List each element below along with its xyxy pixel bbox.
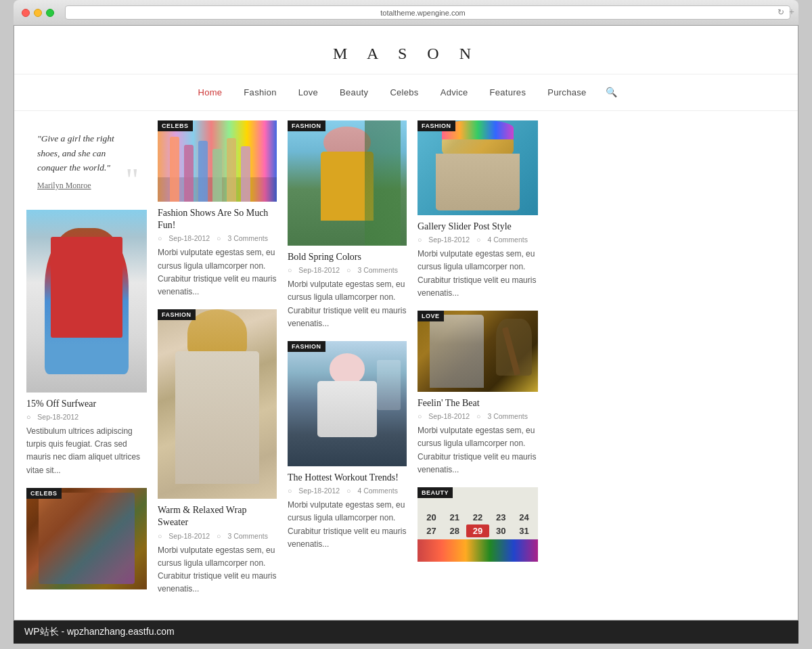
comment-icon-2: ○ — [217, 234, 221, 242]
surfwear-image — [26, 210, 147, 393]
surfwear-meta: ○ Sep-18-2012 — [26, 413, 147, 421]
nav-item-features[interactable]: Features — [479, 85, 537, 100]
gallery-slider-meta: ○ Sep-18-2012 ○ 4 Comments — [418, 236, 538, 244]
wrap-sweater-image-wrap: FASHION — [158, 309, 277, 499]
bold-spring-meta: ○ Sep-18-2012 ○ 3 Comments — [288, 266, 407, 274]
fashion-shows-badge: CELEBS — [158, 120, 193, 131]
url-text: totaltheme.wpengine.com — [71, 9, 775, 17]
nav-item-purchase[interactable]: Purchase — [537, 85, 597, 100]
gallery-slider-date: Sep-18-2012 — [428, 236, 470, 244]
fashion-shows-meta: ○ Sep-18-2012 ○ 3 Comments — [158, 234, 277, 242]
workout-date: Sep-18-2012 — [298, 487, 340, 495]
workout-image-wrap: FASHION — [288, 341, 407, 466]
refresh-icon[interactable]: ↻ — [777, 7, 784, 18]
celebs-bottom-image-wrap: CELEBS — [26, 488, 147, 589]
quote-box: "Give a girl the right shoes, and she ca… — [26, 120, 147, 202]
celebs-bottom-image — [26, 488, 147, 589]
wrap-sweater-badge: FASHION — [158, 309, 196, 320]
address-bar[interactable]: totaltheme.wpengine.com ↻ — [65, 5, 790, 20]
fashion-shows-comments: 3 Comments — [227, 234, 268, 242]
surfwear-title[interactable]: 15% Off Surfwear — [26, 398, 147, 410]
article-wrap-sweater: FASHION Warm & Relaxed Wrap Sweater ○ Se… — [158, 309, 277, 596]
site-logo[interactable]: M A S O N — [14, 45, 798, 63]
bold-spring-image-wrap: FASHION — [288, 120, 407, 246]
workout-meta: ○ Sep-18-2012 ○ 4 Comments — [288, 487, 407, 495]
new-tab-button[interactable]: + — [785, 5, 798, 19]
workout-title[interactable]: The Hottest Workout Trends! — [288, 472, 407, 484]
article-bold-spring: FASHION Bold Spring Colors ○ Sep-18-2012… — [288, 120, 407, 330]
column-2: CELEBS Fashion Shows Are So Much Fun! ○ … — [152, 120, 282, 606]
column-4: FASHION Gallery Slider Post Style ○ Sep-… — [412, 120, 538, 573]
comment-icon-5: ○ — [346, 487, 351, 495]
clock-icon-5: ○ — [288, 487, 292, 495]
workout-excerpt: Morbi vulputate egestas sem, eu cursus l… — [288, 499, 407, 551]
comment-icon-7: ○ — [476, 412, 480, 420]
clock-icon-4: ○ — [288, 266, 292, 274]
beauty-calendar-image-wrap: 20 21 22 23 24 27 28 29 30 31 — [418, 487, 538, 562]
clock-icon-3: ○ — [158, 532, 162, 540]
beauty-calendar-badge: BEAUTY — [418, 487, 453, 498]
surfwear-image-wrap — [26, 210, 147, 393]
fashion-shows-title[interactable]: Fashion Shows Are So Much Fun! — [158, 207, 277, 231]
nav-item-love[interactable]: Love — [288, 85, 329, 100]
bold-spring-title[interactable]: Bold Spring Colors — [288, 251, 407, 263]
traffic-lights — [22, 9, 54, 17]
feelin-beat-badge: LOVE — [418, 311, 444, 321]
nav-item-celebs[interactable]: Celebs — [379, 85, 429, 100]
minimize-button[interactable] — [34, 9, 42, 17]
watermark-bar: WP站长 - wpzhanzhang.eastfu.com — [14, 621, 798, 644]
feelin-beat-image-wrap: LOVE — [418, 311, 538, 392]
gallery-slider-image-wrap: FASHION — [418, 120, 538, 215]
article-fashion-shows: CELEBS Fashion Shows Are So Much Fun! ○ … — [158, 120, 277, 298]
feelin-beat-meta: ○ Sep-18-2012 ○ 3 Comments — [418, 412, 538, 420]
gallery-slider-comments: 4 Comments — [487, 236, 528, 244]
comment-icon-3: ○ — [217, 532, 221, 540]
feelin-beat-date: Sep-18-2012 — [428, 412, 470, 420]
nav-item-beauty[interactable]: Beauty — [329, 85, 379, 100]
fashion-shows-image-wrap: CELEBS — [158, 120, 277, 202]
article-surfwear: 15% Off Surfwear ○ Sep-18-2012 Vestibulu… — [26, 210, 147, 477]
main-nav: Home Fashion Love Beauty Celebs Advice F… — [14, 74, 798, 111]
feelin-beat-title[interactable]: Feelin' The Beat — [418, 397, 538, 409]
nav-item-advice[interactable]: Advice — [430, 85, 479, 100]
comment-icon-4: ○ — [346, 266, 351, 274]
article-workout-trends: FASHION The Hottest Workout Trends! ○ Se… — [288, 341, 407, 551]
bold-spring-image — [288, 120, 407, 246]
clock-icon: ○ — [26, 413, 30, 421]
nav-item-home[interactable]: Home — [187, 85, 233, 100]
nav-item-fashion[interactable]: Fashion — [233, 85, 287, 100]
bold-spring-badge: FASHION — [288, 120, 325, 131]
wrap-sweater-image — [158, 309, 277, 499]
feelin-beat-excerpt: Morbi vulputate egestas sem, eu cursus l… — [418, 424, 538, 476]
article-gallery-slider: FASHION Gallery Slider Post Style ○ Sep-… — [418, 120, 538, 300]
gallery-slider-image — [418, 120, 538, 215]
maximize-button[interactable] — [46, 9, 54, 17]
column-1: "Give a girl the right shoes, and she ca… — [26, 120, 152, 600]
quote-mark-icon: " — [125, 164, 139, 196]
wrap-sweater-date: Sep-18-2012 — [168, 532, 210, 540]
surfwear-date: Sep-18-2012 — [37, 413, 78, 421]
close-button[interactable] — [22, 9, 30, 17]
site-header: M A S O N — [14, 26, 798, 74]
gallery-slider-excerpt: Morbi vulputate egestas sem, eu cursus l… — [418, 248, 538, 300]
article-feelin-beat: LOVE Feelin' The Beat ○ Sep-18-2012 ○ 3 … — [418, 311, 538, 476]
wrap-sweater-excerpt: Morbi vulputate egestas sem, eu cursus l… — [158, 544, 277, 596]
feelin-beat-comments: 3 Comments — [487, 412, 528, 420]
watermark-text: WP站长 - wpzhanzhang.eastfu.com — [24, 626, 175, 637]
gallery-slider-title[interactable]: Gallery Slider Post Style — [418, 221, 538, 233]
wrap-sweater-meta: ○ Sep-18-2012 ○ 3 Comments — [158, 532, 277, 540]
comment-icon-6: ○ — [476, 236, 480, 244]
workout-comments: 4 Comments — [357, 487, 398, 495]
fashion-shows-image — [158, 120, 277, 202]
surfwear-excerpt: Vestibulum ultrices adipiscing turpis qu… — [26, 425, 147, 477]
wrap-sweater-comments: 3 Comments — [227, 532, 268, 540]
celebs-bottom-badge: CELEBS — [26, 488, 62, 499]
wrap-sweater-title[interactable]: Warm & Relaxed Wrap Sweater — [158, 504, 277, 529]
gallery-slider-badge: FASHION — [418, 120, 455, 131]
article-beauty-calendar: 20 21 22 23 24 27 28 29 30 31 — [418, 487, 538, 562]
bold-spring-comments: 3 Comments — [357, 266, 398, 274]
search-icon[interactable]: 🔍 — [597, 84, 625, 101]
quote-author[interactable]: Marilyn Monroe — [37, 181, 136, 191]
fashion-shows-date: Sep-18-2012 — [168, 234, 210, 242]
column-3: FASHION Bold Spring Colors ○ Sep-18-2012… — [282, 120, 412, 562]
